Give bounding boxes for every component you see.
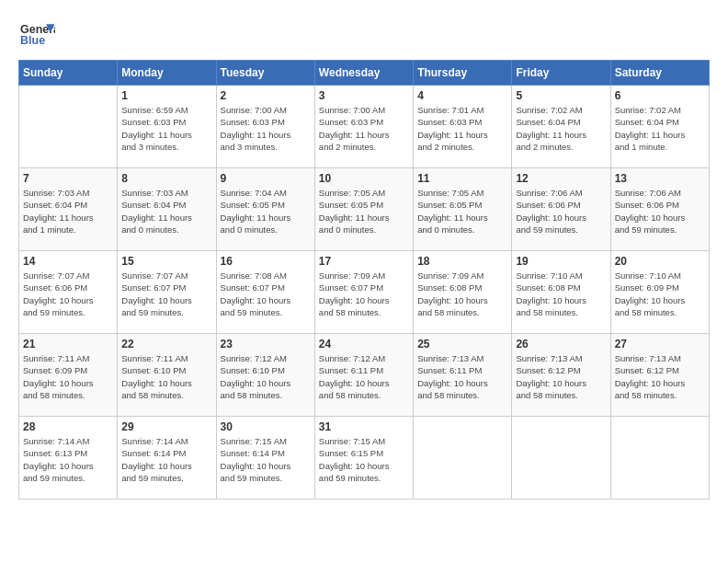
calendar-cell: 2Sunrise: 7:00 AM Sunset: 6:03 PM Daylig… (216, 86, 314, 168)
calendar-week-3: 14Sunrise: 7:07 AM Sunset: 6:06 PM Dayli… (19, 251, 710, 334)
calendar-cell: 15Sunrise: 7:07 AM Sunset: 6:07 PM Dayli… (118, 251, 216, 334)
calendar-cell (512, 417, 610, 500)
cell-content: Sunrise: 7:12 AM Sunset: 6:11 PM Dayligh… (319, 352, 409, 401)
calendar-cell: 9Sunrise: 7:04 AM Sunset: 6:05 PM Daylig… (216, 168, 314, 251)
cell-content: Sunrise: 7:03 AM Sunset: 6:04 PM Dayligh… (23, 187, 113, 236)
day-number: 31 (319, 420, 409, 433)
day-number: 16 (221, 255, 311, 268)
calendar-cell: 25Sunrise: 7:13 AM Sunset: 6:11 PM Dayli… (414, 334, 512, 417)
logo-icon: General Blue (18, 18, 55, 51)
calendar-cell: 12Sunrise: 7:06 AM Sunset: 6:06 PM Dayli… (512, 168, 610, 251)
cell-content: Sunrise: 7:09 AM Sunset: 6:07 PM Dayligh… (319, 270, 409, 318)
calendar-cell: 31Sunrise: 7:15 AM Sunset: 6:15 PM Dayli… (314, 417, 413, 500)
cell-content: Sunrise: 7:11 AM Sunset: 6:09 PM Dayligh… (23, 352, 113, 401)
calendar-cell: 3Sunrise: 7:00 AM Sunset: 6:03 PM Daylig… (314, 86, 413, 168)
calendar-week-2: 7Sunrise: 7:03 AM Sunset: 6:04 PM Daylig… (19, 168, 710, 251)
calendar-cell: 7Sunrise: 7:03 AM Sunset: 6:04 PM Daylig… (19, 168, 118, 251)
logo: General Blue (18, 18, 59, 51)
day-number: 30 (221, 420, 311, 433)
cell-content: Sunrise: 7:09 AM Sunset: 6:08 PM Dayligh… (417, 270, 507, 318)
svg-text:Blue: Blue (20, 34, 45, 47)
day-number: 17 (319, 255, 409, 268)
day-number: 23 (221, 338, 311, 350)
day-number: 26 (516, 338, 606, 350)
calendar-cell: 19Sunrise: 7:10 AM Sunset: 6:08 PM Dayli… (512, 251, 610, 334)
calendar-cell: 29Sunrise: 7:14 AM Sunset: 6:14 PM Dayli… (118, 417, 216, 500)
cell-content: Sunrise: 7:05 AM Sunset: 6:05 PM Dayligh… (417, 187, 507, 236)
day-number: 25 (417, 338, 507, 350)
calendar-week-4: 21Sunrise: 7:11 AM Sunset: 6:09 PM Dayli… (19, 334, 710, 417)
cell-content: Sunrise: 7:11 AM Sunset: 6:10 PM Dayligh… (121, 352, 211, 401)
cell-content: Sunrise: 7:03 AM Sunset: 6:04 PM Dayligh… (121, 187, 211, 236)
cell-content: Sunrise: 7:08 AM Sunset: 6:07 PM Dayligh… (221, 270, 311, 318)
weekday-header-monday: Monday (118, 61, 216, 86)
calendar-cell: 26Sunrise: 7:13 AM Sunset: 6:12 PM Dayli… (512, 334, 610, 417)
day-number: 1 (121, 89, 211, 102)
calendar-week-1: 1Sunrise: 6:59 AM Sunset: 6:03 PM Daylig… (19, 86, 710, 168)
day-number: 7 (23, 172, 113, 185)
weekday-header-saturday: Saturday (610, 61, 709, 86)
calendar-cell: 18Sunrise: 7:09 AM Sunset: 6:08 PM Dayli… (414, 251, 512, 334)
cell-content: Sunrise: 7:10 AM Sunset: 6:08 PM Dayligh… (516, 270, 606, 318)
cell-content: Sunrise: 7:05 AM Sunset: 6:05 PM Dayligh… (319, 187, 409, 236)
day-number: 19 (516, 255, 606, 268)
day-number: 27 (615, 338, 705, 350)
weekday-header-wednesday: Wednesday (314, 61, 413, 86)
cell-content: Sunrise: 7:07 AM Sunset: 6:06 PM Dayligh… (23, 270, 113, 318)
cell-content: Sunrise: 7:02 AM Sunset: 6:04 PM Dayligh… (615, 104, 705, 153)
day-number: 8 (121, 172, 211, 185)
day-number: 20 (615, 255, 705, 268)
calendar-cell: 20Sunrise: 7:10 AM Sunset: 6:09 PM Dayli… (610, 251, 709, 334)
day-number: 6 (615, 89, 705, 102)
weekday-header-thursday: Thursday (414, 61, 512, 86)
day-number: 14 (23, 255, 113, 268)
day-number: 15 (121, 255, 211, 268)
cell-content: Sunrise: 7:00 AM Sunset: 6:03 PM Dayligh… (221, 104, 311, 153)
calendar-cell: 27Sunrise: 7:13 AM Sunset: 6:12 PM Dayli… (610, 334, 709, 417)
day-number: 18 (417, 255, 507, 268)
cell-content: Sunrise: 7:10 AM Sunset: 6:09 PM Dayligh… (615, 270, 705, 318)
weekday-header-friday: Friday (512, 61, 610, 86)
cell-content: Sunrise: 7:02 AM Sunset: 6:04 PM Dayligh… (516, 104, 606, 153)
calendar-cell: 22Sunrise: 7:11 AM Sunset: 6:10 PM Dayli… (118, 334, 216, 417)
cell-content: Sunrise: 7:13 AM Sunset: 6:12 PM Dayligh… (615, 352, 705, 401)
cell-content: Sunrise: 7:01 AM Sunset: 6:03 PM Dayligh… (417, 104, 507, 153)
calendar-table: SundayMondayTuesdayWednesdayThursdayFrid… (18, 60, 710, 500)
calendar-cell: 30Sunrise: 7:15 AM Sunset: 6:14 PM Dayli… (216, 417, 314, 500)
day-number: 2 (221, 89, 311, 102)
calendar-cell: 10Sunrise: 7:05 AM Sunset: 6:05 PM Dayli… (314, 168, 413, 251)
day-number: 11 (417, 172, 507, 185)
cell-content: Sunrise: 7:06 AM Sunset: 6:06 PM Dayligh… (516, 187, 606, 236)
cell-content: Sunrise: 7:15 AM Sunset: 6:15 PM Dayligh… (319, 435, 409, 484)
day-number: 22 (121, 338, 211, 350)
weekday-header-tuesday: Tuesday (216, 61, 314, 86)
day-number: 13 (615, 172, 705, 185)
calendar-cell: 4Sunrise: 7:01 AM Sunset: 6:03 PM Daylig… (414, 86, 512, 168)
day-number: 21 (23, 338, 113, 350)
calendar-cell: 6Sunrise: 7:02 AM Sunset: 6:04 PM Daylig… (610, 86, 709, 168)
calendar-cell: 16Sunrise: 7:08 AM Sunset: 6:07 PM Dayli… (216, 251, 314, 334)
cell-content: Sunrise: 6:59 AM Sunset: 6:03 PM Dayligh… (121, 104, 211, 153)
cell-content: Sunrise: 7:07 AM Sunset: 6:07 PM Dayligh… (121, 270, 211, 318)
cell-content: Sunrise: 7:13 AM Sunset: 6:12 PM Dayligh… (516, 352, 606, 401)
calendar-cell: 1Sunrise: 6:59 AM Sunset: 6:03 PM Daylig… (118, 86, 216, 168)
day-number: 28 (23, 420, 113, 433)
day-number: 10 (319, 172, 409, 185)
cell-content: Sunrise: 7:13 AM Sunset: 6:11 PM Dayligh… (417, 352, 507, 401)
cell-content: Sunrise: 7:15 AM Sunset: 6:14 PM Dayligh… (221, 435, 311, 484)
day-number: 3 (319, 89, 409, 102)
calendar-cell: 17Sunrise: 7:09 AM Sunset: 6:07 PM Dayli… (314, 251, 413, 334)
weekday-header-sunday: Sunday (19, 61, 118, 86)
calendar-cell (19, 86, 118, 168)
page-header: General Blue (18, 18, 710, 51)
calendar-cell: 24Sunrise: 7:12 AM Sunset: 6:11 PM Dayli… (314, 334, 413, 417)
calendar-week-5: 28Sunrise: 7:14 AM Sunset: 6:13 PM Dayli… (19, 417, 710, 500)
cell-content: Sunrise: 7:04 AM Sunset: 6:05 PM Dayligh… (221, 187, 311, 236)
day-number: 9 (221, 172, 311, 185)
calendar-cell: 8Sunrise: 7:03 AM Sunset: 6:04 PM Daylig… (118, 168, 216, 251)
day-number: 4 (417, 89, 507, 102)
calendar-cell (414, 417, 512, 500)
calendar-cell: 14Sunrise: 7:07 AM Sunset: 6:06 PM Dayli… (19, 251, 118, 334)
calendar-cell: 28Sunrise: 7:14 AM Sunset: 6:13 PM Dayli… (19, 417, 118, 500)
calendar-cell: 23Sunrise: 7:12 AM Sunset: 6:10 PM Dayli… (216, 334, 314, 417)
